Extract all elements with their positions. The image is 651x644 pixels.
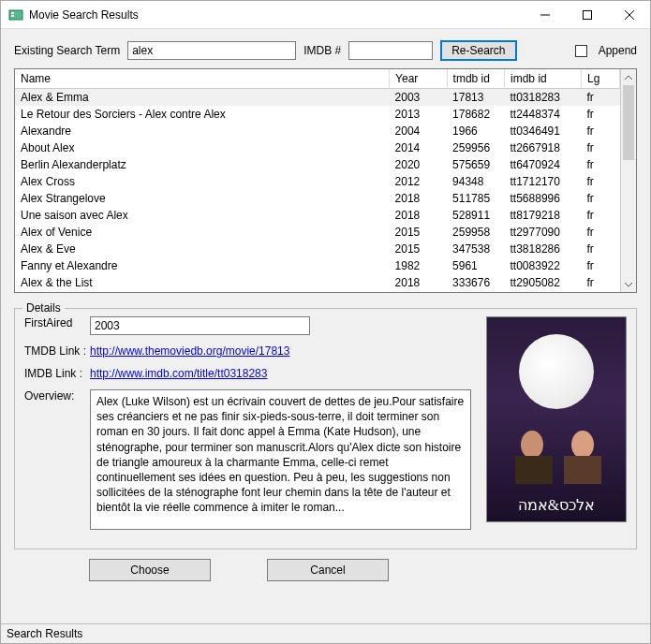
append-checkbox[interactable] bbox=[575, 45, 587, 57]
status-bar: Search Results bbox=[1, 623, 650, 643]
bottom-buttons: Choose Cancel bbox=[14, 549, 637, 587]
cell-lg: fr bbox=[581, 139, 619, 156]
cell-lg: fr bbox=[581, 106, 619, 123]
svg-rect-1 bbox=[11, 12, 14, 14]
cell-lg: fr bbox=[581, 257, 619, 274]
research-button[interactable]: Re-Search bbox=[440, 40, 516, 61]
cell-tmdb: 511785 bbox=[447, 190, 504, 207]
cell-year: 2012 bbox=[390, 173, 447, 190]
tmdb-link[interactable]: http://www.themoviedb.org/movie/17813 bbox=[90, 344, 289, 358]
minimize-button[interactable] bbox=[524, 1, 566, 29]
table-row[interactable]: Alex in Wonderland197032599tt0065380fr bbox=[15, 291, 620, 292]
cell-year: 1982 bbox=[390, 257, 447, 274]
poster-caption: אלכס&אמה bbox=[487, 496, 626, 514]
poster-image: אלכס&אמה bbox=[486, 316, 627, 522]
svg-rect-10 bbox=[564, 456, 601, 484]
cell-imdb: tt8179218 bbox=[505, 207, 582, 224]
cell-imdb: tt0065380 bbox=[505, 291, 582, 292]
cell-imdb: tt0318283 bbox=[505, 89, 582, 107]
window: Movie Search Results Existing Search Ter… bbox=[0, 0, 651, 644]
cell-imdb: tt3818286 bbox=[505, 241, 582, 257]
cell-name: Alex Cross bbox=[15, 173, 390, 190]
table-row[interactable]: Le Retour des Sorciers - Alex contre Ale… bbox=[15, 106, 620, 123]
cell-year: 2013 bbox=[390, 106, 447, 123]
maximize-button[interactable] bbox=[566, 1, 608, 29]
details-legend: Details bbox=[22, 301, 65, 315]
cell-year: 2003 bbox=[390, 89, 447, 107]
svg-point-7 bbox=[521, 431, 543, 459]
col-imdb[interactable]: imdb id bbox=[505, 69, 582, 89]
col-lg[interactable]: Lg bbox=[581, 69, 619, 89]
table-row[interactable]: Alexandre20041966tt0346491fr bbox=[15, 123, 620, 139]
table-row[interactable]: Une saison avec Alex2018528911tt8179218f… bbox=[15, 207, 620, 224]
vertical-scrollbar[interactable] bbox=[620, 69, 636, 292]
cell-tmdb: 17813 bbox=[447, 89, 504, 107]
cell-year: 1970 bbox=[390, 291, 447, 292]
cell-imdb: tt2667918 bbox=[505, 139, 582, 156]
table-row[interactable]: Alex Strangelove2018511785tt5688996fr bbox=[15, 190, 620, 207]
cell-name: Alexandre bbox=[15, 123, 390, 139]
firstaired-input[interactable] bbox=[90, 316, 310, 335]
choose-button[interactable]: Choose bbox=[89, 559, 211, 581]
svg-rect-9 bbox=[515, 456, 553, 484]
firstaired-label: FirstAired bbox=[24, 316, 90, 329]
results-table-wrap: Name Year tmdb id imdb id Lg Alex & Emma… bbox=[14, 68, 637, 293]
col-name[interactable]: Name bbox=[15, 69, 390, 89]
cell-name: Une saison avec Alex bbox=[15, 207, 390, 224]
details-groupbox: Details FirstAired TMDB Link : http://ww… bbox=[14, 308, 637, 549]
cell-name: Le Retour des Sorciers - Alex contre Ale… bbox=[15, 106, 390, 123]
table-row[interactable]: Alex & Emma200317813tt0318283fr bbox=[15, 89, 620, 107]
imdb-num-input[interactable] bbox=[348, 41, 433, 60]
cell-name: Alex Strangelove bbox=[15, 190, 390, 207]
cancel-button[interactable]: Cancel bbox=[267, 559, 389, 581]
cell-name: About Alex bbox=[15, 139, 390, 156]
search-row: Existing Search Term IMDB # Re-Search Ap… bbox=[14, 40, 637, 61]
cell-year: 2018 bbox=[390, 274, 447, 291]
overview-textbox[interactable]: Alex (Luke Wilson) est un écrivain couve… bbox=[90, 389, 471, 530]
cell-imdb: tt2448374 bbox=[505, 106, 582, 123]
imdb-num-label: IMDB # bbox=[303, 44, 341, 57]
close-button[interactable] bbox=[608, 1, 650, 29]
scroll-track[interactable] bbox=[621, 85, 636, 276]
table-row[interactable]: About Alex2014259956tt2667918fr bbox=[15, 139, 620, 156]
cell-imdb: tt0346491 bbox=[505, 123, 582, 139]
cell-tmdb: 259956 bbox=[447, 139, 504, 156]
search-term-input[interactable] bbox=[127, 41, 296, 60]
results-table: Name Year tmdb id imdb id Lg Alex & Emma… bbox=[15, 69, 620, 292]
cell-year: 2015 bbox=[390, 241, 447, 257]
cell-imdb: tt2977090 bbox=[505, 224, 582, 241]
col-year[interactable]: Year bbox=[390, 69, 447, 89]
chevron-up-icon bbox=[625, 74, 632, 81]
scroll-down-arrow[interactable] bbox=[621, 276, 636, 292]
cell-lg: fr bbox=[581, 207, 619, 224]
minimize-icon bbox=[540, 10, 550, 20]
cell-year: 2018 bbox=[390, 190, 447, 207]
scroll-up-arrow[interactable] bbox=[621, 69, 636, 85]
table-row[interactable]: Fanny et Alexandre19825961tt0083922fr bbox=[15, 257, 620, 274]
table-row[interactable]: Alex of Venice2015259958tt2977090fr bbox=[15, 224, 620, 241]
cell-lg: fr bbox=[581, 241, 619, 257]
svg-point-8 bbox=[571, 431, 594, 459]
cell-tmdb: 5961 bbox=[447, 257, 504, 274]
col-tmdb[interactable]: tmdb id bbox=[447, 69, 504, 89]
cell-name: Alex & the List bbox=[15, 274, 390, 291]
cell-lg: fr bbox=[581, 274, 619, 291]
maximize-icon bbox=[583, 10, 592, 20]
cell-lg: fr bbox=[581, 89, 619, 107]
window-title: Movie Search Results bbox=[29, 8, 524, 22]
cell-tmdb: 528911 bbox=[447, 207, 504, 224]
table-row[interactable]: Berlin Alexanderplatz2020575659tt6470924… bbox=[15, 156, 620, 173]
table-row[interactable]: Alex & Eve2015347538tt3818286fr bbox=[15, 241, 620, 257]
scroll-thumb[interactable] bbox=[623, 85, 634, 160]
table-row[interactable]: Alex & the List2018333676tt2905082fr bbox=[15, 274, 620, 291]
cell-year: 2014 bbox=[390, 139, 447, 156]
cell-imdb: tt2905082 bbox=[505, 274, 582, 291]
cell-tmdb: 32599 bbox=[447, 291, 504, 292]
cell-tmdb: 94348 bbox=[447, 173, 504, 190]
cell-imdb: tt0083922 bbox=[505, 257, 582, 274]
cell-name: Fanny et Alexandre bbox=[15, 257, 390, 274]
app-icon bbox=[8, 7, 23, 22]
imdb-link[interactable]: http://www.imdb.com/title/tt0318283 bbox=[90, 367, 267, 380]
cell-lg: fr bbox=[581, 156, 619, 173]
table-row[interactable]: Alex Cross201294348tt1712170fr bbox=[15, 173, 620, 190]
